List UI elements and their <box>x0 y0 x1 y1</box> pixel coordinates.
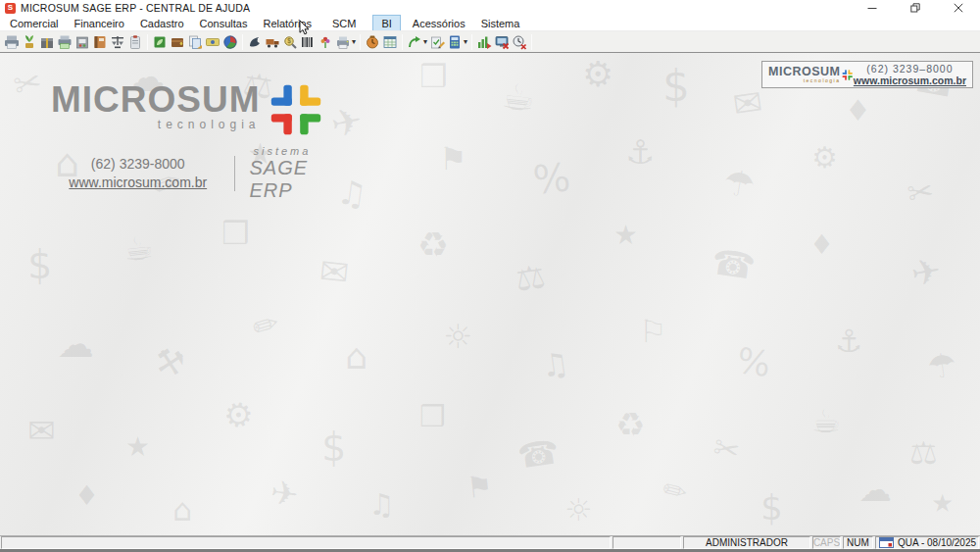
menu-item-acess-rios[interactable]: Acessórios <box>405 16 473 30</box>
watermark-glyph: ☼ <box>443 320 472 353</box>
menu-item-comercial[interactable]: Comercial <box>2 16 67 30</box>
calendar-icon <box>879 537 894 548</box>
menu-item-relat-rios[interactable]: Relatórios <box>255 16 319 30</box>
money-plant-icon[interactable] <box>21 32 38 52</box>
brand-website-link[interactable]: www.microsum.com.br <box>51 174 224 192</box>
pencil-check-icon[interactable] <box>428 32 446 52</box>
watermark-glyph: ☁ <box>858 473 892 506</box>
watermark-glyph: ✂ <box>10 64 45 103</box>
dropdown-caret-icon[interactable]: ▾ <box>352 38 356 46</box>
catalog-book-icon[interactable] <box>91 32 109 52</box>
toolbar: $▾▾▾ <box>0 30 980 53</box>
watermark-glyph: ✂ <box>905 175 936 210</box>
watermark-glyph: ✈ <box>269 475 301 512</box>
forward-arrow-icon[interactable]: ▾ <box>406 32 428 52</box>
banknote-icon[interactable] <box>204 32 221 52</box>
restore-icon <box>910 3 920 13</box>
close-icon <box>954 3 963 13</box>
watermark-glyph: ⚓ <box>835 326 863 357</box>
watermark-glyph: ♦ <box>74 482 99 510</box>
wallet-icon[interactable] <box>169 32 186 52</box>
status-panel-empty-2 <box>612 536 681 549</box>
brand-name: MICROSUM <box>51 82 261 117</box>
print-money-icon[interactable] <box>56 32 74 52</box>
watermark-glyph: ♫ <box>368 490 395 520</box>
fax-print-icon[interactable]: ▾ <box>334 32 357 52</box>
status-date-text: QUA - 08/10/2025 <box>898 537 976 548</box>
restore-button[interactable] <box>894 0 937 16</box>
toolbar-separator <box>360 34 361 50</box>
watermark-glyph: ❒ <box>419 61 448 92</box>
watermark-glyph: ⚙ <box>811 143 838 173</box>
app-window: S MICROSUM SAGE ERP - CENTRAL DE AJUDA C… <box>0 0 980 552</box>
product-box-icon[interactable] <box>74 32 91 52</box>
menu-item-cadastro[interactable]: Cadastro <box>132 16 192 30</box>
menu-bar: ComercialFinanceiroCadastroConsultasRela… <box>0 16 980 30</box>
clipboard-icon[interactable] <box>126 32 144 52</box>
watermark-glyph: ☎ <box>710 244 758 285</box>
watermark-glyph: ⚐ <box>639 316 667 347</box>
status-bar: ADMINISTRADOR CAPS NUM QUA - 08/10/2025 <box>0 535 980 549</box>
clock-close-icon[interactable] <box>511 32 528 52</box>
watermark-glyph: ⚓ <box>625 135 655 169</box>
globe-chart-icon[interactable] <box>221 32 239 52</box>
search-money-icon[interactable]: $ <box>281 32 299 52</box>
infobox-brand: MICROSUM <box>768 66 840 78</box>
bird-invoice-icon[interactable] <box>246 32 264 52</box>
watermark-glyph: ⚖ <box>909 437 938 469</box>
watermark-glyph: ✉ <box>318 254 351 292</box>
watermark-glyph: $ <box>321 427 346 467</box>
menu-item-bi[interactable]: BI <box>373 16 399 30</box>
calculator-icon[interactable]: ▾ <box>446 32 468 52</box>
documents-icon[interactable] <box>186 32 204 52</box>
stock-package-icon[interactable] <box>38 32 56 52</box>
delivery-truck-icon[interactable] <box>264 32 281 52</box>
system-name: SAGE ERP <box>249 157 355 202</box>
watermark-glyph: ⚙ <box>582 57 613 92</box>
watermark-glyph: ✉ <box>27 414 56 447</box>
flower-icon[interactable] <box>317 32 334 52</box>
watermark-glyph: $ <box>662 65 690 108</box>
watermark-glyph: ♻ <box>417 227 449 263</box>
toolbar-separator <box>242 34 243 50</box>
divider <box>234 156 235 191</box>
watermark-glyph: ✂ <box>710 431 743 468</box>
watermark-glyph: ⚑ <box>466 472 495 504</box>
window-title: MICROSUM SAGE ERP - CENTRAL DE AJUDA <box>21 2 250 14</box>
watermark-glyph: % <box>531 157 572 200</box>
watermark-glyph: ☼ <box>564 494 593 526</box>
microsum-plus-logo <box>269 82 323 137</box>
monitor-close-icon[interactable] <box>493 32 511 52</box>
status-user: ADMINISTRADOR <box>683 536 810 549</box>
menu-item-consultas[interactable]: Consultas <box>192 16 256 30</box>
clock-bag-icon[interactable] <box>364 32 381 52</box>
window-controls <box>851 0 980 16</box>
barcode-icon[interactable] <box>299 32 317 52</box>
watermark-glyph: ✏ <box>660 474 691 508</box>
watermark-glyph: ♻ <box>615 408 645 441</box>
infobox-website-link[interactable]: www.microsum.com.br <box>854 75 966 86</box>
brand-logo-block: MICROSUM tecnologia (62) 3239-8000 www.m… <box>51 82 355 202</box>
watermark-glyph: ☕ <box>811 404 841 437</box>
status-num-indicator: NUM <box>843 536 873 549</box>
watermark-glyph: ☂ <box>925 347 959 384</box>
dropdown-caret-icon[interactable]: ▾ <box>423 38 427 46</box>
minimize-button[interactable] <box>851 0 894 16</box>
scale-icon[interactable] <box>109 32 126 52</box>
watermark-glyph: $ <box>760 490 783 526</box>
menu-item-sistema[interactable]: Sistema <box>473 16 528 30</box>
ledger-book-icon[interactable] <box>151 32 169 52</box>
infobox-brand-sub: tecnologia <box>768 77 840 83</box>
watermark-glyph: ❒ <box>221 218 250 249</box>
status-panel-empty-1 <box>1 536 611 549</box>
dropdown-caret-icon[interactable]: ▾ <box>464 38 467 46</box>
chart-exit-icon[interactable] <box>475 32 493 52</box>
spreadsheet-icon[interactable] <box>381 32 399 52</box>
toolbar-separator <box>402 34 403 50</box>
print-report-icon[interactable] <box>3 32 21 52</box>
close-button[interactable] <box>937 0 980 16</box>
menu-item-financeiro[interactable]: Financeiro <box>67 16 132 30</box>
menu-item-scm[interactable]: SCM <box>324 16 364 30</box>
brand-subtitle: tecnologia <box>51 118 261 131</box>
toolbar-separator <box>147 34 148 50</box>
